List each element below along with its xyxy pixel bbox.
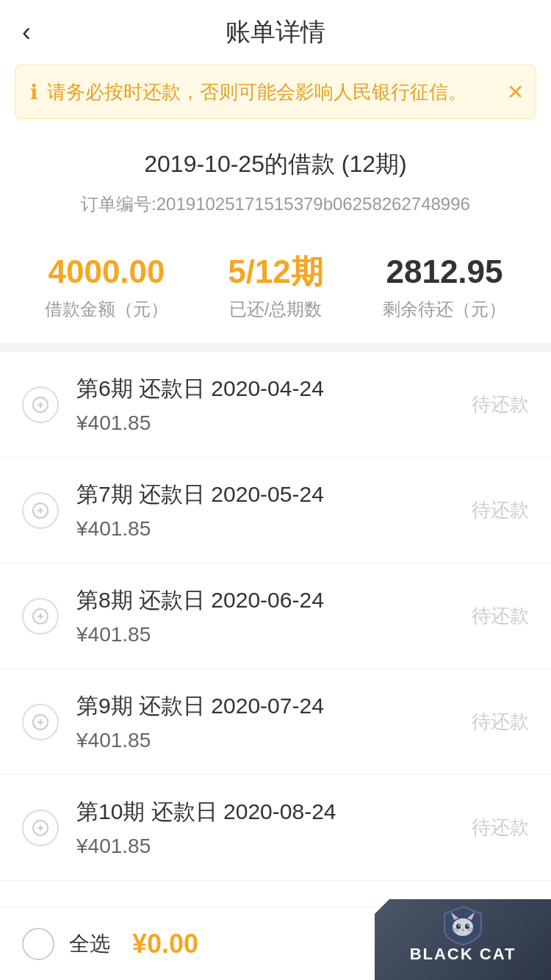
period-label: 已还/总期数	[229, 298, 323, 321]
installment-info-4: 第10期 还款日 2020-08-24 ¥401.85	[76, 797, 472, 858]
installment-period-date-2: 第8期 还款日 2020-06-24	[76, 586, 472, 616]
loan-order-number: 订单编号:20191025171515379b06258262748996	[22, 192, 529, 216]
loan-info-section: 2019-10-25的借款 (12期) 订单编号:201910251715153…	[0, 119, 551, 238]
back-button[interactable]: ‹	[22, 17, 31, 48]
warning-banner: ℹ 请务必按时还款，否则可能会影响人民银行征信。 ✕	[15, 65, 536, 119]
installment-item[interactable]: 第10期 还款日 2020-08-24 ¥401.85 待还款	[0, 775, 551, 881]
stats-row: 4000.00 借款金额（元） 5/12期 已还/总期数 2812.95 剩余待…	[0, 238, 551, 343]
installment-status-3: 待还款	[472, 709, 529, 735]
installment-status-4: 待还款	[472, 815, 529, 840]
installment-list: 第6期 还款日 2020-04-24 ¥401.85 待还款 第7期 还款日 2…	[0, 352, 551, 969]
installment-amount-1: ¥401.85	[76, 517, 472, 541]
info-icon: ℹ	[30, 80, 38, 104]
installment-period-date-4: 第10期 还款日 2020-08-24	[76, 797, 472, 827]
total-amount: ¥0.00	[132, 929, 198, 959]
installment-item[interactable]: 第6期 还款日 2020-04-24 ¥401.85 待还款	[0, 352, 551, 458]
installment-period-date-0: 第6期 还款日 2020-04-24	[76, 374, 472, 404]
installment-status-0: 待还款	[472, 392, 529, 417]
warning-text: 请务必按时还款，否则可能会影响人民银行征信。	[47, 79, 467, 105]
installment-item[interactable]: 第7期 还款日 2020-05-24 ¥401.85 待还款	[0, 458, 551, 563]
bottom-bar: 全选 ¥0.00	[0, 907, 551, 980]
installment-icon-0	[22, 386, 59, 423]
installment-period-date-3: 第9期 还款日 2020-07-24	[76, 691, 472, 721]
installment-icon-2	[22, 598, 59, 635]
installment-icon-3	[22, 704, 59, 741]
installment-item[interactable]: 第9期 还款日 2020-07-24 ¥401.85 待还款	[0, 669, 551, 775]
installment-info-3: 第9期 还款日 2020-07-24 ¥401.85	[76, 691, 472, 752]
loan-amount-label: 借款金额（元）	[45, 298, 168, 321]
stat-period: 5/12期 已还/总期数	[191, 253, 360, 321]
warning-close-button[interactable]: ✕	[507, 80, 524, 104]
installment-item[interactable]: 第8期 还款日 2020-06-24 ¥401.85 待还款	[0, 563, 551, 669]
stat-remaining: 2812.95 剩余待还（元）	[360, 253, 529, 321]
installment-status-2: 待还款	[472, 603, 529, 629]
period-value: 5/12期	[228, 253, 323, 292]
installment-icon-1	[22, 492, 59, 529]
installment-amount-4: ¥401.85	[76, 835, 472, 858]
remaining-label: 剩余待还（元）	[383, 298, 506, 321]
select-all-checkbox[interactable]	[22, 928, 54, 960]
header: ‹ 账单详情	[0, 0, 551, 65]
remaining-value: 2812.95	[386, 253, 503, 292]
installment-amount-2: ¥401.85	[76, 623, 472, 646]
section-divider	[0, 343, 551, 352]
loan-amount-value: 4000.00	[48, 253, 165, 292]
installment-amount-0: ¥401.85	[76, 411, 472, 435]
installment-info-1: 第7期 还款日 2020-05-24 ¥401.85	[76, 480, 472, 541]
installment-period-date-1: 第7期 还款日 2020-05-24	[76, 480, 472, 510]
loan-title: 2019-10-25的借款 (12期)	[22, 148, 529, 181]
page-title: 账单详情	[226, 15, 325, 49]
stat-loan-amount: 4000.00 借款金额（元）	[22, 253, 191, 321]
installment-status-1: 待还款	[472, 497, 529, 523]
select-all-label[interactable]: 全选	[69, 930, 110, 958]
installment-amount-3: ¥401.85	[76, 729, 472, 752]
installment-info-0: 第6期 还款日 2020-04-24 ¥401.85	[76, 374, 472, 435]
installment-icon-4	[22, 810, 59, 846]
installment-info-2: 第8期 还款日 2020-06-24 ¥401.85	[76, 586, 472, 646]
